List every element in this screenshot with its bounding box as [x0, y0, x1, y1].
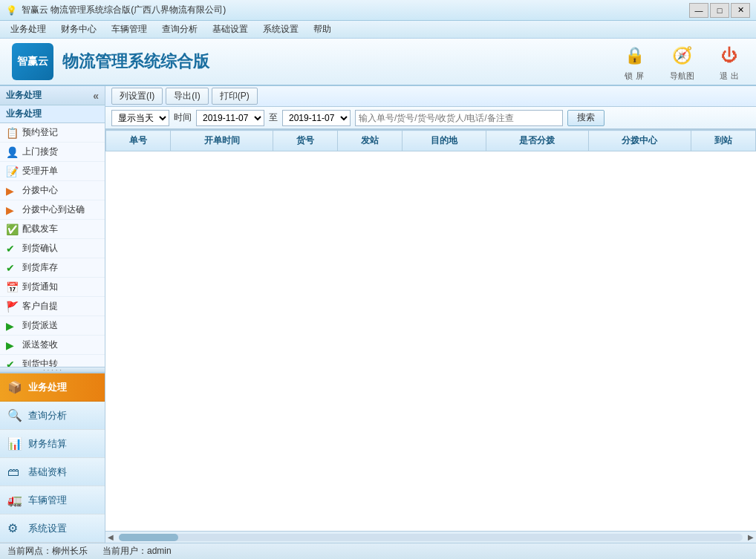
print-button[interactable]: 打印(P) [212, 88, 258, 105]
sidebar-nav-finance[interactable]: 📊 财务结算 [0, 430, 105, 458]
sidebar: 业务处理 « 业务处理 📋 预约登记 👤 上门接货 📝 受理开单 ▶ 分拨中心 … [0, 86, 105, 543]
sidebar-items: 📋 预约登记 👤 上门接货 📝 受理开单 ▶ 分拨中心 ▶ 分拨中心到达确 ✅ [0, 123, 105, 367]
date-from-select[interactable]: 2019-11-07 [196, 110, 264, 126]
sidebar-item-arrive-stock[interactable]: ✔ 到货库存 [0, 258, 105, 278]
lock-screen-action[interactable]: 🔒 锁 屏 [619, 42, 649, 82]
horizontal-scrollbar[interactable]: ◀ ▶ [105, 531, 756, 543]
sidebar-item-label: 派送签收 [22, 339, 58, 351]
logout-label: 退 出 [720, 71, 738, 82]
sidebar-item-order[interactable]: 📝 受理开单 [0, 162, 105, 181]
sidebar-nav-label: 车辆管理 [28, 494, 67, 507]
time-label: 时间 [174, 111, 192, 124]
sidebar-item-dispatch[interactable]: ✅ 配载发车 [0, 220, 105, 239]
col-arrive-station: 到站 [691, 131, 755, 151]
system-nav-icon: ⚙ [7, 521, 22, 535]
sidebar-resize-handle[interactable]: · · · · · [0, 367, 105, 373]
sidebar-item-sign[interactable]: ▶ 派送签收 [0, 336, 105, 355]
sidebar-header-label: 业务处理 [6, 89, 42, 102]
scrollbar-thumb[interactable] [119, 534, 178, 541]
business-nav-icon: 📦 [7, 380, 22, 394]
transfer-icon: ✔ [6, 359, 19, 367]
nav-map-action[interactable]: 🧭 导航图 [667, 42, 697, 82]
header-right: 🔒 锁 屏 🧭 导航图 ⏻ 退 出 [619, 42, 744, 82]
booking-icon: 📋 [6, 127, 19, 139]
menu-item-help[interactable]: 帮助 [306, 22, 339, 37]
delivery-icon: ▶ [6, 320, 19, 332]
logout-action[interactable]: ⏻ 退 出 [714, 42, 744, 82]
sidebar-nav-basic[interactable]: 🗃 基础资料 [0, 458, 105, 486]
sidebar-nav-label: 基础资料 [28, 465, 67, 479]
self-pickup-icon: 🚩 [6, 301, 19, 313]
menu-item-vehicle[interactable]: 车辆管理 [104, 22, 154, 37]
sidebar-nav-business[interactable]: 📦 业务处理 [0, 373, 105, 402]
sidebar-item-label: 配载发车 [22, 223, 58, 235]
scroll-left-button[interactable]: ◀ [105, 533, 116, 541]
col-cargo-num: 货号 [273, 131, 338, 151]
nav-map-icon: 🧭 [667, 42, 697, 69]
menu-bar: 业务处理 财务中心 车辆管理 查询分析 基础设置 系统设置 帮助 [0, 21, 756, 39]
col-is-distribution: 是否分拨 [486, 131, 588, 151]
sidebar-nav-label: 财务结算 [28, 437, 67, 451]
content-toolbar: 列设置(I) 导出(I) 打印(P) [105, 86, 756, 107]
close-button[interactable]: ✕ [731, 3, 750, 18]
col-open-time: 开单时间 [171, 131, 273, 151]
query-nav-icon: 🔍 [7, 408, 22, 422]
menu-item-system[interactable]: 系统设置 [255, 22, 306, 37]
sidebar-item-label: 预约登记 [22, 126, 58, 139]
sidebar-nav-label: 系统设置 [28, 522, 67, 535]
sidebar-item-arrive-notify[interactable]: 📅 到货通知 [0, 278, 105, 297]
finance-nav-icon: 📊 [7, 437, 22, 451]
sidebar-item-label: 受理开单 [22, 165, 58, 177]
scroll-right-button[interactable]: ▶ [746, 533, 756, 541]
arrive-notify-icon: 📅 [6, 281, 19, 293]
sidebar-nav-header: 业务处理 « [0, 86, 105, 105]
maximize-button[interactable]: □ [710, 3, 729, 18]
sidebar-item-label: 到货确认 [22, 242, 58, 255]
export-button[interactable]: 导出(I) [166, 88, 208, 105]
scrollbar-track[interactable] [119, 534, 743, 541]
sidebar-nav-system[interactable]: ⚙ 系统设置 [0, 514, 105, 543]
sidebar-item-delivery[interactable]: ▶ 到货派送 [0, 316, 105, 336]
sidebar-item-distribution[interactable]: ▶ 分拨中心 [0, 181, 105, 200]
filter-bar: 显示当天 时间 2019-11-07 至 2019-11-07 搜索 [105, 107, 756, 129]
menu-item-query[interactable]: 查询分析 [154, 22, 205, 37]
sidebar-item-booking[interactable]: 📋 预约登记 [0, 123, 105, 143]
col-order-num: 单号 [106, 131, 171, 151]
sidebar-nav-vehicle[interactable]: 🚛 车辆管理 [0, 486, 105, 514]
content-area: 列设置(I) 导出(I) 打印(P) 显示当天 时间 2019-11-07 至 … [105, 86, 756, 543]
column-settings-button[interactable]: 列设置(I) [111, 88, 163, 105]
sidebar-item-pickup[interactable]: 👤 上门接货 [0, 143, 105, 162]
sidebar-item-arrive-confirm[interactable]: ✔ 到货确认 [0, 239, 105, 258]
minimize-button[interactable]: — [689, 3, 708, 18]
data-table-container[interactable]: 单号 开单时间 货号 发站 目的地 是否分拨 分拨中心 到站 [105, 129, 756, 531]
lock-icon: 🔒 [619, 42, 649, 69]
order-icon: 📝 [6, 166, 19, 177]
menu-item-business[interactable]: 业务处理 [3, 22, 53, 37]
sidebar-nav-query[interactable]: 🔍 查询分析 [0, 402, 105, 430]
sidebar-section-title: 业务处理 [0, 105, 105, 123]
window-title: 智赢云 物流管理系统综合版(广西八界物流有限公司) [22, 4, 226, 16]
display-mode-select[interactable]: 显示当天 [111, 110, 169, 126]
logo-text: 智赢云 [17, 55, 48, 68]
pickup-icon: 👤 [6, 146, 19, 158]
sidebar-item-distribution-arrive[interactable]: ▶ 分拨中心到达确 [0, 200, 105, 220]
sidebar-item-self-pickup[interactable]: 🚩 客户自提 [0, 297, 105, 316]
search-button[interactable]: 搜索 [567, 110, 605, 126]
sidebar-item-label: 到货派送 [22, 319, 58, 332]
header-title: 物流管理系统综合版 [62, 50, 209, 73]
basic-nav-icon: 🗃 [7, 465, 22, 479]
col-destination: 目的地 [403, 131, 486, 151]
menu-item-basic[interactable]: 基础设置 [205, 22, 255, 37]
menu-item-finance[interactable]: 财务中心 [53, 22, 104, 37]
nav-map-label: 导航图 [670, 71, 694, 82]
arrive-stock-icon: ✔ [6, 262, 19, 274]
arrive-confirm-icon: ✔ [6, 243, 19, 255]
sidebar-nav-label: 业务处理 [28, 381, 67, 394]
title-bar-controls: — □ ✕ [689, 3, 750, 18]
search-input[interactable] [355, 110, 563, 126]
date-to-select[interactable]: 2019-11-07 [282, 110, 351, 126]
sidebar-collapse-button[interactable]: « [93, 90, 99, 102]
date-separator: 至 [269, 111, 278, 124]
data-table: 单号 开单时间 货号 发站 目的地 是否分拨 分拨中心 到站 [105, 130, 756, 151]
main-layout: 业务处理 « 业务处理 📋 预约登记 👤 上门接货 📝 受理开单 ▶ 分拨中心 … [0, 86, 756, 543]
